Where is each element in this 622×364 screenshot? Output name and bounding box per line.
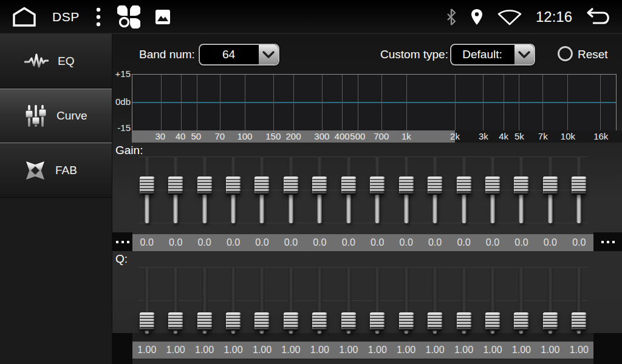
q-slider-12[interactable] [449, 267, 478, 334]
slider-thumb[interactable] [284, 312, 298, 331]
gain-slider-1[interactable] [132, 157, 161, 223]
gain-slider-11[interactable] [420, 157, 449, 223]
chevron-down-icon[interactable] [258, 45, 278, 64]
slider-thumb[interactable] [312, 177, 327, 195]
clock: 12:16 [536, 8, 572, 25]
slider-thumb[interactable] [168, 312, 183, 331]
slider-thumb[interactable] [457, 312, 471, 331]
gain-slider-12[interactable] [449, 157, 478, 223]
slider-thumb[interactable] [341, 177, 356, 195]
gain-value-16: 0.0 [565, 234, 593, 251]
slider-thumb[interactable] [284, 177, 298, 195]
freq-tick-label: 700 [374, 130, 389, 143]
custom-type-dropdown[interactable]: Default: [450, 44, 535, 66]
app-launcher-clover-icon[interactable] [117, 5, 140, 29]
q-slider-7[interactable] [306, 267, 334, 334]
slider-thumb[interactable] [399, 312, 414, 331]
sidebar-item-fab[interactable]: FAB [0, 143, 112, 198]
q-slider-5[interactable] [248, 267, 276, 334]
gain-slider-2[interactable] [161, 157, 190, 223]
freq-tick-label: 4k [499, 130, 508, 143]
slider-thumb[interactable] [255, 177, 269, 195]
slider-thumb[interactable] [226, 177, 241, 195]
slider-thumb[interactable] [572, 312, 586, 331]
slider-thumb[interactable] [457, 177, 471, 195]
slider-thumb[interactable] [572, 177, 586, 195]
q-slider-13[interactable] [478, 267, 507, 334]
q-slider-2[interactable] [161, 267, 190, 334]
q-slider-8[interactable] [334, 267, 363, 334]
gallery-icon[interactable] [155, 9, 171, 25]
gain-slider-4[interactable] [219, 157, 247, 223]
q-slider-16[interactable] [565, 267, 593, 334]
q-slider-14[interactable] [507, 267, 536, 334]
q-slider-6[interactable] [276, 267, 305, 334]
slider-thumb[interactable] [140, 177, 154, 195]
slider-thumb[interactable] [399, 177, 414, 195]
slider-thumb[interactable] [428, 177, 442, 195]
q-value-strip: 1.001.001.001.001.001.001.001.001.001.00… [132, 342, 593, 359]
gain-slider-6[interactable] [276, 157, 305, 223]
custom-type-label: Custom type: [380, 44, 448, 66]
topbar-right-group: 12:16 [446, 7, 611, 27]
slider-thumb[interactable] [197, 312, 212, 331]
q-slider-11[interactable] [420, 267, 449, 334]
slider-thumb[interactable] [370, 177, 384, 195]
faders-icon [24, 104, 47, 128]
slider-thumb[interactable] [370, 312, 384, 331]
slider-thumb[interactable] [197, 177, 212, 195]
gain-value-11: 0.0 [420, 234, 449, 251]
slider-thumb[interactable] [485, 177, 500, 195]
q-slider-4[interactable] [219, 267, 247, 334]
back-icon[interactable] [586, 7, 611, 27]
slider-thumb[interactable] [312, 312, 327, 331]
slider-thumb[interactable] [514, 177, 528, 195]
gain-slider-10[interactable] [392, 157, 420, 223]
gain-slider-13[interactable] [478, 157, 507, 223]
gain-slider-9[interactable] [363, 157, 392, 223]
menu-kebab-icon[interactable] [94, 7, 103, 27]
gain-slider-15[interactable] [536, 157, 564, 223]
slider-thumb[interactable] [255, 312, 269, 331]
sidebar-item-curve[interactable]: Curve [0, 89, 112, 143]
gridline [181, 75, 182, 130]
slider-thumb[interactable] [543, 177, 558, 195]
gain-slider-16[interactable] [565, 157, 593, 223]
q-slider-9[interactable] [363, 267, 392, 334]
gain-more-right-button[interactable] [593, 232, 622, 251]
sidebar: EQ Curve FAB [0, 34, 112, 364]
home-icon[interactable] [11, 6, 38, 28]
q-more-left-button[interactable] [112, 333, 132, 364]
y-axis-label-min: -15 [112, 123, 131, 133]
sidebar-item-eq[interactable]: EQ [0, 34, 112, 89]
freq-tick-label: 500 [350, 130, 365, 143]
gain-slider-5[interactable] [248, 157, 276, 223]
gain-slider-3[interactable] [190, 157, 219, 223]
slider-thumb[interactable] [341, 312, 356, 331]
gain-slider-7[interactable] [306, 157, 334, 223]
eq-curve-plot[interactable] [132, 74, 617, 130]
q-slider-3[interactable] [190, 267, 219, 334]
slider-thumb[interactable] [514, 312, 528, 331]
chevron-down-icon[interactable] [513, 45, 534, 64]
gain-slider-8[interactable] [334, 157, 363, 223]
q-value-4: 1.00 [219, 342, 247, 359]
q-value-13: 1.00 [478, 342, 507, 359]
q-more-right-button[interactable] [593, 333, 622, 364]
q-slider-15[interactable] [536, 267, 564, 334]
slider-thumb[interactable] [140, 312, 154, 331]
slider-thumb[interactable] [428, 312, 442, 331]
gridline [455, 75, 456, 130]
slider-thumb[interactable] [485, 312, 500, 331]
freq-tick-label: 1k [402, 130, 411, 143]
reset-radio[interactable] [558, 46, 573, 61]
slider-thumb[interactable] [543, 312, 558, 331]
band-num-dropdown[interactable]: 64 [199, 44, 279, 66]
slider-thumb[interactable] [168, 177, 183, 195]
gain-more-left-button[interactable] [112, 232, 132, 251]
slider-thumb[interactable] [226, 312, 241, 331]
app-title: DSP [52, 10, 80, 24]
gain-slider-14[interactable] [507, 157, 536, 223]
q-slider-1[interactable] [132, 267, 161, 334]
q-slider-10[interactable] [392, 267, 420, 334]
